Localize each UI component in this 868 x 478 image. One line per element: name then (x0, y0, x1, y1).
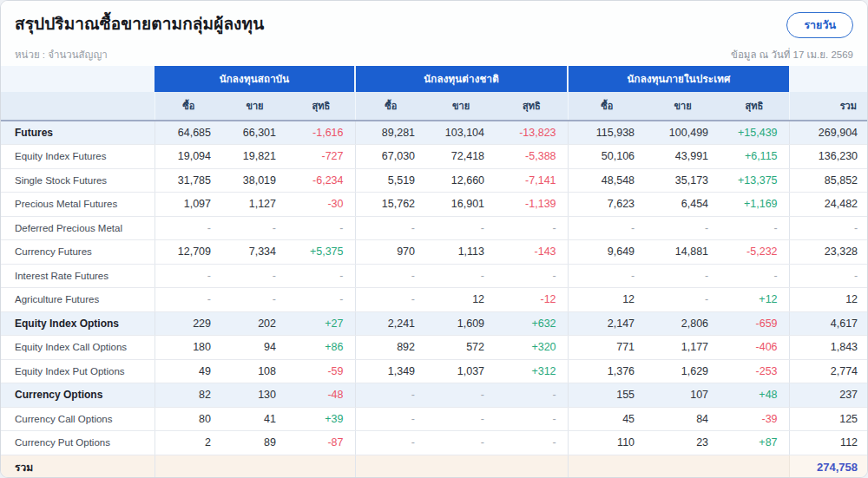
cell-row-total: 125 (789, 407, 868, 431)
cell-value: +5,375 (287, 240, 355, 265)
cell-value: 1,097 (155, 193, 222, 217)
col-header-sell-institution: ขาย (222, 92, 287, 121)
cell-value: -30 (287, 193, 355, 217)
cell-value: -659 (720, 311, 789, 336)
cell-value: - (355, 288, 426, 312)
daily-button[interactable]: รายวัน (786, 12, 853, 38)
cell-value: - (222, 216, 287, 240)
cell-value: 89 (222, 431, 287, 455)
col-header-buy-domestic: ซื้อ (568, 92, 646, 121)
table-row: Currency Call Options8041+39---4584-3912… (1, 407, 868, 431)
cell-value: +86 (287, 336, 355, 360)
cell-value: 1,177 (646, 336, 720, 360)
group-header-row: นักลงทุนสถาบัน นักลงทุนต่างชาติ นักลงทุน… (1, 66, 868, 92)
cell-value: -87 (287, 431, 355, 455)
cell-value: 1,376 (568, 359, 646, 383)
cell-value: - (496, 431, 568, 455)
cell-row-total: - (789, 216, 868, 240)
cell-row-total: 12 (789, 288, 868, 312)
cell-value: 31,785 (155, 168, 222, 193)
cell-value: 180 (155, 336, 222, 360)
cell-value: 572 (426, 336, 496, 360)
row-label: Equity Index Put Options (1, 359, 155, 383)
cell-value: 66,301 (222, 121, 287, 145)
row-label: Equity Index Call Options (1, 336, 155, 360)
cell-value: -13,823 (496, 121, 568, 145)
cell-value: -253 (720, 359, 789, 383)
cell-value: 7,334 (222, 240, 287, 265)
cell-value: 15,762 (355, 193, 426, 217)
row-label: Interest Rate Futures (1, 264, 155, 288)
cell-value: 115,938 (568, 121, 646, 145)
sub-header-row: ซื้อ ขาย สุทธิ ซื้อ ขาย สุทธิ ซื้อ ขาย ส… (1, 92, 868, 121)
cell-value: - (355, 383, 426, 408)
cell-value: -5,388 (496, 145, 568, 169)
table-row: Equity Index Call Options18094+86892572+… (1, 336, 868, 360)
cell-value: - (155, 216, 222, 240)
cell-value: +6,115 (720, 145, 789, 169)
cell-value: -39 (720, 407, 789, 431)
cell-value: - (287, 216, 355, 240)
col-header-net-domestic: สุทธิ (720, 92, 789, 121)
cell-value: +312 (496, 359, 568, 383)
row-label: Futures (1, 121, 155, 145)
col-header-net-institution: สุทธิ (287, 92, 355, 121)
cell-row-total: - (789, 264, 868, 288)
cell-value: - (355, 264, 426, 288)
cell-row-total: 23,328 (789, 240, 868, 265)
cell-value: -727 (287, 145, 355, 169)
cell-value: - (646, 288, 720, 312)
cell-value: +1,169 (720, 193, 789, 217)
cell-value: -6,234 (287, 168, 355, 193)
cell-value: 771 (568, 336, 646, 360)
grand-total-empty-cell (720, 455, 789, 478)
table-row: Currency Futures12,7097,334+5,3759701,11… (1, 240, 868, 265)
cell-row-total: 269,904 (789, 121, 868, 145)
grand-total-empty-cell (426, 455, 496, 478)
data-date-label: ข้อมูล ณ วันที่ 17 เม.ย. 2569 (731, 47, 853, 62)
grand-total-row: รวม274,758 (1, 455, 868, 478)
grand-total-empty-cell (646, 455, 720, 478)
group-header-spacer-left (1, 66, 155, 92)
cell-value: 82 (155, 383, 222, 408)
grand-total-label: รวม (1, 455, 155, 478)
cell-value: 45 (568, 407, 646, 431)
cell-value: - (222, 264, 287, 288)
cell-value: - (355, 216, 426, 240)
cell-row-total: 237 (789, 383, 868, 408)
cell-value: +13,375 (720, 168, 789, 193)
group-header-domestic: นักลงทุนภายในประเทศ (568, 66, 789, 92)
cell-value: 103,104 (426, 121, 496, 145)
grand-total-empty-cell (222, 455, 287, 478)
cell-value: - (426, 407, 496, 431)
cell-value: -406 (720, 336, 789, 360)
cell-value: -1,616 (287, 121, 355, 145)
cell-value: 14,881 (646, 240, 720, 265)
cell-value: 94 (222, 336, 287, 360)
row-label: Equity Index Futures (1, 145, 155, 169)
cell-value: 12 (568, 288, 646, 312)
cell-value: +320 (496, 336, 568, 360)
cell-value: 5,519 (355, 168, 426, 193)
cell-value: 1,127 (222, 193, 287, 217)
cell-value: - (568, 264, 646, 288)
row-label: Deferred Precious Metal (1, 216, 155, 240)
cell-value: 1,349 (355, 359, 426, 383)
grand-total-value: 274,758 (789, 455, 868, 478)
cell-value: 7,623 (568, 193, 646, 217)
cell-value: 155 (568, 383, 646, 408)
cell-value: 12 (426, 288, 496, 312)
cell-value: - (355, 407, 426, 431)
investor-summary-table: นักลงทุนสถาบัน นักลงทุนต่างชาติ นักลงทุน… (1, 66, 868, 478)
cell-row-total: 1,843 (789, 336, 868, 360)
cell-row-total: 85,852 (789, 168, 868, 193)
col-header-sell-foreign: ขาย (426, 92, 496, 121)
cell-row-total: 136,230 (789, 145, 868, 169)
cell-value: - (646, 216, 720, 240)
unit-label: หน่วย : จำนวนสัญญา (15, 47, 108, 62)
grand-total-empty-cell (155, 455, 222, 478)
col-header-net-foreign: สุทธิ (496, 92, 568, 121)
row-label: Agriculture Futures (1, 288, 155, 312)
cell-value: 892 (355, 336, 426, 360)
row-label: Equity Index Options (1, 311, 155, 336)
